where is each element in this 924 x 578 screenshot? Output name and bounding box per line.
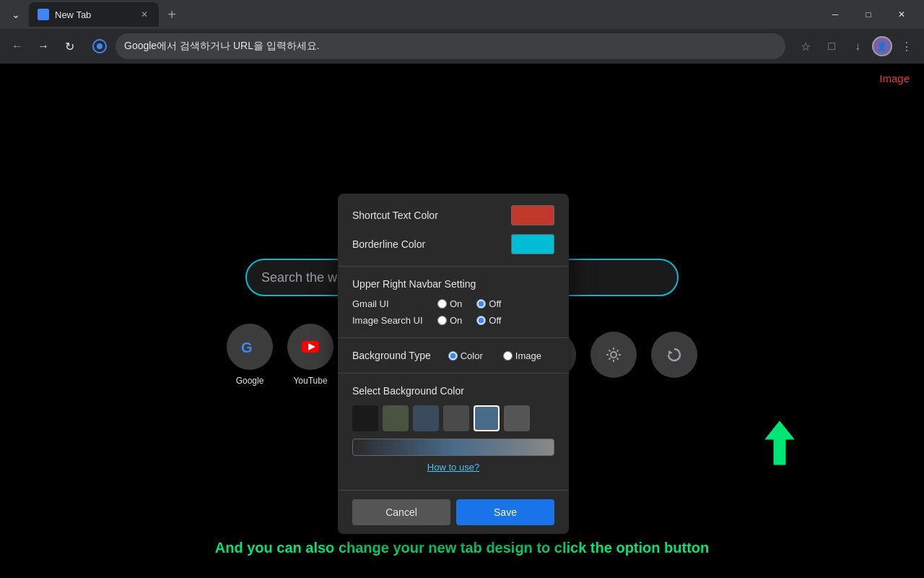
borderline-color-swatch[interactable]	[511, 234, 554, 254]
settings-shortcut-button[interactable]	[590, 332, 637, 378]
shortcut-text-color-label: Shortcut Text Color	[352, 210, 438, 221]
gmail-ui-off-radio[interactable]	[476, 299, 486, 309]
tab-favicon	[38, 9, 49, 20]
cancel-button[interactable]: Cancel	[352, 499, 450, 525]
navbar-settings-title: Upper Right Navbar Setting	[352, 278, 554, 290]
tab-prev-button[interactable]: ⌄	[6, 4, 26, 25]
settings-shortcut-icon	[590, 332, 637, 378]
address-bar[interactable]: Google에서 검색하거나 URL을 입력하세요.	[116, 33, 785, 59]
google-chrome-icon	[92, 39, 107, 53]
back-button[interactable]: ←	[6, 35, 29, 58]
navbar-settings-section: Upper Right Navbar Setting Gmail UI On O…	[338, 267, 569, 338]
shortcut-google-icon: G	[227, 324, 273, 370]
gmail-ui-on-radio[interactable]	[437, 299, 447, 309]
toolbar-actions: ☆ □ ↓ 👤 ⋮	[794, 35, 918, 58]
image-label: Image	[879, 72, 910, 85]
refresh-shortcut-icon	[651, 332, 697, 378]
toolbar: ← → ↻ Google에서 검색하거나 URL을 입력하세요. ☆ □ ↓ 👤…	[0, 29, 924, 64]
close-button[interactable]: ✕	[885, 4, 918, 25]
how-to-use-link[interactable]: How to use?	[352, 456, 554, 478]
shortcut-google-label: Google	[236, 376, 264, 386]
gmail-ui-label: Gmail UI	[352, 298, 432, 309]
shortcut-text-color-row: Shortcut Text Color	[352, 205, 554, 225]
borderline-color-label: Borderline Color	[352, 238, 425, 250]
svg-marker-23	[765, 421, 794, 465]
bg-color-option[interactable]: Color	[448, 350, 483, 361]
gmail-ui-on-option[interactable]: On	[437, 298, 462, 309]
dialog-actions: Cancel Save	[338, 491, 569, 534]
maximize-button[interactable]: □	[852, 4, 885, 25]
image-search-off-radio[interactable]	[476, 316, 486, 325]
shortcut-text-color-swatch[interactable]	[511, 205, 554, 225]
image-search-on-radio[interactable]	[437, 316, 447, 325]
svg-point-2	[97, 43, 103, 49]
page-content: Image Search the web G Google	[0, 64, 924, 578]
svg-line-19	[617, 358, 619, 360]
arrow-up-container	[758, 418, 801, 471]
shortcut-youtube-icon	[287, 324, 334, 370]
active-tab[interactable]: New Tab ✕	[29, 2, 159, 27]
download-button[interactable]: ↓	[846, 35, 869, 58]
shortcut-google[interactable]: G Google	[227, 324, 273, 386]
image-search-ui-radio-group: Image Search UI On Off	[352, 315, 554, 326]
swatch-gray[interactable]	[504, 405, 530, 431]
svg-point-0	[39, 10, 48, 19]
menu-button[interactable]: ⋮	[895, 35, 918, 58]
window-controls: ─ □ ✕	[819, 4, 918, 25]
svg-line-21	[609, 358, 610, 360]
select-bg-color-title: Select Background Color	[352, 385, 554, 397]
borderline-color-row: Borderline Color	[352, 234, 554, 254]
gmail-on-label: On	[450, 298, 462, 309]
background-type-row: Background Type Color Image	[352, 350, 554, 361]
swatch-slate-blue[interactable]	[413, 405, 439, 431]
color-slider[interactable]	[352, 439, 554, 456]
image-search-ui-label: Image Search UI	[352, 315, 432, 326]
bg-image-label: Image	[515, 350, 541, 361]
tab-close-button[interactable]: ✕	[139, 9, 150, 20]
save-button[interactable]: Save	[456, 499, 554, 525]
image-search-on-label: On	[450, 315, 462, 326]
bg-image-option[interactable]: Image	[503, 350, 541, 361]
refresh-shortcut-button[interactable]	[651, 332, 697, 378]
color-settings-section: Shortcut Text Color Borderline Color	[338, 194, 569, 267]
swatch-dark-gray[interactable]	[443, 405, 469, 431]
title-bar: ⌄ New Tab ✕ + ─ □ ✕	[0, 0, 924, 29]
address-text: Google에서 검색하거나 URL을 입력하세요.	[124, 40, 777, 53]
image-search-off-label: Off	[489, 315, 501, 326]
svg-line-20	[617, 350, 619, 351]
gmail-ui-radio-group: Gmail UI On Off	[352, 298, 554, 309]
tab-title: New Tab	[55, 9, 133, 20]
settings-dialog: Shortcut Text Color Borderline Color Upp…	[338, 194, 569, 534]
image-search-on-option[interactable]: On	[437, 315, 462, 326]
profile-button[interactable]: 👤	[872, 36, 892, 56]
new-tab-button[interactable]: +	[162, 4, 182, 25]
arrow-up-icon	[758, 418, 801, 468]
svg-line-18	[609, 350, 610, 351]
gmail-ui-off-option[interactable]: Off	[476, 298, 501, 309]
svg-text:G: G	[241, 340, 253, 355]
tab-list: New Tab ✕ +	[29, 2, 816, 27]
swatch-black[interactable]	[352, 405, 378, 431]
extensions-button[interactable]: □	[820, 35, 843, 58]
bg-color-radio[interactable]	[448, 351, 458, 361]
image-search-off-option[interactable]: Off	[476, 315, 501, 326]
shortcut-youtube-label: YouTube	[293, 376, 327, 386]
reload-button[interactable]: ↻	[58, 35, 81, 58]
swatch-blue-selected[interactable]	[474, 405, 500, 431]
gmail-off-label: Off	[489, 298, 501, 309]
svg-marker-22	[668, 350, 673, 355]
svg-point-13	[611, 352, 616, 358]
browser-frame: ⌄ New Tab ✕ + ─ □ ✕ ← → ↻ Goog	[0, 0, 924, 578]
swatch-olive[interactable]	[383, 405, 409, 431]
background-type-section: Background Type Color Image	[338, 338, 569, 374]
profile-avatar: 👤	[877, 42, 887, 51]
forward-button[interactable]: →	[32, 35, 55, 58]
background-type-label: Background Type	[352, 350, 431, 361]
bookmark-button[interactable]: ☆	[794, 35, 817, 58]
minimize-button[interactable]: ─	[819, 4, 852, 25]
color-swatches-grid	[352, 405, 554, 431]
bg-image-radio[interactable]	[503, 351, 513, 361]
bottom-instruction-text: And you can also change your new tab des…	[215, 540, 710, 556]
bg-color-section: Select Background Color How to use?	[338, 374, 569, 491]
shortcut-youtube[interactable]: YouTube	[287, 324, 334, 386]
